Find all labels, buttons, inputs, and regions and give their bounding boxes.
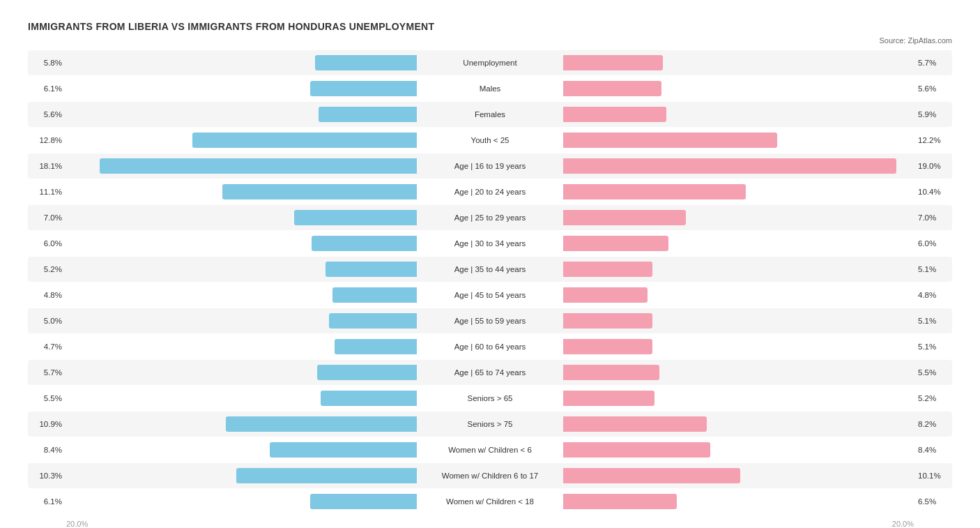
chart-row: 12.8%Youth < 2512.2% (28, 128, 952, 153)
right-value: 4.8% (914, 291, 952, 299)
right-value: 5.7% (914, 59, 952, 67)
right-value: 5.6% (914, 84, 952, 93)
left-value: 10.3% (28, 472, 66, 480)
blue-bar (222, 184, 417, 199)
right-value: 10.4% (914, 188, 952, 196)
pink-bar (563, 287, 648, 303)
blue-bar (315, 55, 417, 70)
blue-bar (192, 133, 417, 148)
blue-bar (312, 236, 417, 251)
pink-bar (563, 55, 663, 70)
blue-bar (326, 262, 417, 277)
right-value: 5.1% (914, 265, 952, 273)
chart-row: 5.8%Unemployment5.7% (28, 50, 952, 75)
chart-row: 10.3%Women w/ Children 6 to 1710.1% (28, 463, 952, 488)
blue-bar (100, 158, 417, 174)
blue-bar (335, 339, 417, 354)
right-value: 5.1% (914, 342, 952, 351)
blue-bar (294, 210, 417, 225)
chart-row: 8.4%Women w/ Children < 68.4% (28, 437, 952, 462)
blue-bar (317, 365, 417, 380)
row-label: Seniors > 65 (417, 394, 563, 402)
left-value: 11.1% (28, 188, 66, 196)
right-value: 6.5% (914, 497, 952, 506)
axis-row: 20.0% 20.0% (28, 517, 952, 528)
left-value: 8.4% (28, 446, 66, 454)
pink-bar (563, 184, 746, 199)
chart-row: 11.1%Age | 20 to 24 years10.4% (28, 179, 952, 204)
pink-bar (563, 107, 666, 122)
chart-row: 6.0%Age | 30 to 34 years6.0% (28, 231, 952, 256)
row-label: Age | 25 to 29 years (417, 213, 563, 222)
chart-row: 10.9%Seniors > 758.2% (28, 412, 952, 437)
chart-row: 5.7%Age | 65 to 74 years5.5% (28, 360, 952, 385)
left-value: 5.5% (28, 394, 66, 402)
right-value: 5.2% (914, 394, 952, 402)
left-value: 12.8% (28, 136, 66, 144)
pink-bar (563, 339, 652, 354)
row-label: Age | 30 to 34 years (417, 239, 563, 248)
pink-bar (563, 365, 659, 380)
pink-bar (563, 494, 677, 509)
row-label: Age | 45 to 54 years (417, 291, 563, 299)
chart-row: 4.8%Age | 45 to 54 years4.8% (28, 282, 952, 308)
left-value: 4.8% (28, 291, 66, 299)
right-value: 8.2% (914, 420, 952, 428)
row-label: Youth < 25 (417, 136, 563, 144)
blue-bar (329, 313, 417, 329)
blue-bar (236, 468, 417, 483)
right-value: 6.0% (914, 239, 952, 248)
right-value: 8.4% (914, 446, 952, 454)
row-label: Age | 16 to 19 years (417, 162, 563, 170)
chart-row: 4.7%Age | 60 to 64 years5.1% (28, 334, 952, 359)
left-value: 5.2% (28, 265, 66, 273)
pink-bar (563, 236, 668, 251)
left-value: 7.0% (28, 213, 66, 222)
left-value: 5.0% (28, 317, 66, 325)
left-value: 5.7% (28, 368, 66, 377)
chart-row: 5.2%Age | 35 to 44 years5.1% (28, 257, 952, 282)
blue-bar (319, 107, 417, 122)
blue-bar (332, 287, 417, 303)
chart-row: 5.6%Females5.9% (28, 102, 952, 127)
right-value: 12.2% (914, 136, 952, 144)
row-label: Age | 65 to 74 years (417, 368, 563, 377)
row-label: Age | 35 to 44 years (417, 265, 563, 273)
pink-bar (563, 442, 710, 458)
blue-bar (226, 416, 417, 432)
right-value: 5.1% (914, 317, 952, 325)
left-value: 6.1% (28, 84, 66, 93)
chart-rows: 5.8%Unemployment5.7%6.1%Males5.6%5.6%Fem… (28, 50, 952, 514)
right-value: 10.1% (914, 472, 952, 480)
pink-bar (563, 133, 777, 148)
row-label: Women w/ Children < 6 (417, 446, 563, 454)
row-label: Unemployment (417, 59, 563, 67)
pink-bar (563, 81, 661, 96)
row-label: Age | 20 to 24 years (417, 188, 563, 196)
chart-row: 5.0%Age | 55 to 59 years5.1% (28, 308, 952, 333)
pink-bar (563, 262, 652, 277)
pink-bar (563, 158, 896, 174)
chart-row: 18.1%Age | 16 to 19 years19.0% (28, 153, 952, 179)
blue-bar (321, 391, 417, 406)
pink-bar (563, 468, 740, 483)
blue-bar (310, 81, 417, 96)
chart-row: 7.0%Age | 25 to 29 years7.0% (28, 205, 952, 230)
pink-bar (563, 416, 707, 432)
chart-row: 5.5%Seniors > 655.2% (28, 386, 952, 411)
chart-container: IMMIGRANTS FROM LIBERIA VS IMMIGRANTS FR… (14, 14, 966, 528)
source-label: Source: ZipAtlas.com (28, 36, 952, 45)
blue-bar (270, 442, 417, 458)
row-label: Women w/ Children < 18 (417, 497, 563, 506)
axis-left-label: 20.0% (66, 520, 88, 528)
pink-bar (563, 313, 652, 329)
left-value: 5.8% (28, 59, 66, 67)
left-value: 5.6% (28, 110, 66, 119)
row-label: Females (417, 110, 563, 119)
axis-right-label: 20.0% (892, 520, 914, 528)
right-value: 19.0% (914, 162, 952, 170)
left-value: 4.7% (28, 342, 66, 351)
row-label: Age | 55 to 59 years (417, 317, 563, 325)
chart-title: IMMIGRANTS FROM LIBERIA VS IMMIGRANTS FR… (28, 21, 952, 32)
pink-bar (563, 210, 686, 225)
